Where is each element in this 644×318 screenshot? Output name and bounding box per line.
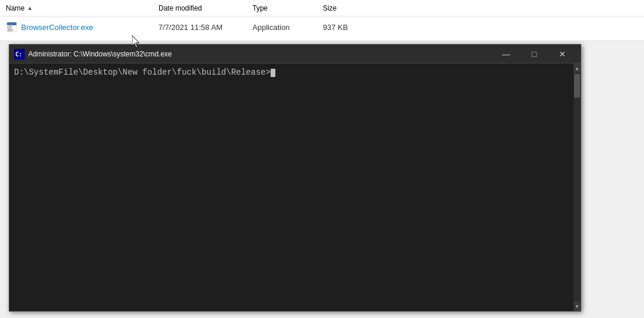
cmd-prompt: D:\SystemFile\Desktop\New folder\fuck\bu… bbox=[14, 68, 271, 77]
close-button[interactable]: ✕ bbox=[549, 46, 576, 62]
cmd-scrollbar[interactable]: ▲ ▼ bbox=[574, 63, 581, 311]
svg-rect-5 bbox=[8, 31, 12, 31]
file-size-cell: 937 KB bbox=[323, 23, 382, 32]
col-name-label: Name bbox=[6, 4, 25, 12]
sort-arrow-icon: ▲ bbox=[27, 5, 33, 11]
file-size: 937 KB bbox=[323, 23, 348, 32]
column-size[interactable]: Size bbox=[323, 4, 382, 12]
svg-text:C:: C: bbox=[15, 51, 22, 58]
minimize-button[interactable]: — bbox=[493, 46, 520, 62]
file-table-header: Name ▲ Date modified Type Size bbox=[0, 0, 644, 16]
scrollbar-arrow-up[interactable]: ▲ bbox=[574, 63, 581, 73]
cmd-title: Administrator: C:\Windows\system32\cmd.e… bbox=[28, 50, 493, 58]
cmd-body: D:\SystemFile\Desktop\New folder\fuck\bu… bbox=[9, 63, 581, 311]
cmd-content[interactable]: D:\SystemFile\Desktop\New folder\fuck\bu… bbox=[9, 63, 574, 311]
cmd-titlebar: C: Administrator: C:\Windows\system32\cm… bbox=[9, 45, 581, 63]
file-type: Application bbox=[252, 23, 290, 32]
svg-rect-4 bbox=[8, 29, 14, 30]
window-controls: — □ ✕ bbox=[493, 46, 576, 62]
file-date: 7/7/2021 11:58 AM bbox=[159, 23, 222, 32]
cmd-window: C: Administrator: C:\Windows\system32\cm… bbox=[9, 44, 581, 312]
maximize-button[interactable]: □ bbox=[521, 46, 548, 62]
col-size-label: Size bbox=[323, 4, 336, 12]
col-type-label: Type bbox=[252, 4, 268, 12]
file-name: BrowserCollector.exe bbox=[21, 23, 93, 32]
svg-rect-3 bbox=[8, 28, 11, 29]
column-date[interactable]: Date modified bbox=[159, 4, 252, 12]
column-name[interactable]: Name ▲ bbox=[6, 4, 159, 12]
file-date-cell: 7/7/2021 11:58 AM bbox=[159, 23, 252, 32]
column-type[interactable]: Type bbox=[252, 4, 323, 12]
col-date-label: Date modified bbox=[159, 4, 202, 12]
svg-text:EXE: EXE bbox=[8, 25, 12, 28]
cmd-cursor bbox=[271, 69, 275, 77]
scrollbar-thumb[interactable] bbox=[574, 74, 580, 98]
file-name-cell: EXE BrowserCollector.exe bbox=[6, 21, 159, 33]
file-type-cell: Application bbox=[252, 23, 323, 32]
table-row[interactable]: EXE BrowserCollector.exe 7/7/2021 11:58 … bbox=[0, 16, 644, 38]
file-explorer: Name ▲ Date modified Type Size EXE bbox=[0, 0, 644, 41]
exe-icon: EXE bbox=[6, 21, 18, 33]
scrollbar-arrow-down[interactable]: ▼ bbox=[574, 302, 581, 311]
cmd-icon: C: bbox=[14, 49, 25, 59]
